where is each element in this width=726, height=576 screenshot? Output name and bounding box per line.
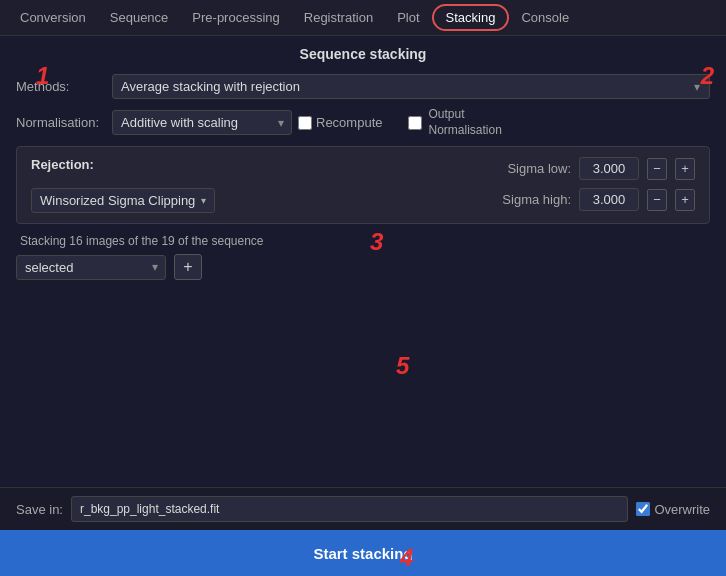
methods-select[interactable]: Average stacking with rejectionSum stack… bbox=[112, 74, 710, 99]
sigma-controls: Sigma low: − + Sigma high: − + bbox=[501, 157, 695, 211]
menu-registration[interactable]: Registration bbox=[292, 4, 385, 31]
methods-select-wrapper: Average stacking with rejectionSum stack… bbox=[112, 74, 710, 99]
sigma-low-increase[interactable]: + bbox=[675, 158, 695, 180]
add-button[interactable]: + bbox=[174, 254, 202, 280]
normalisation-label: Normalisation: bbox=[16, 115, 106, 130]
output-norm-group: OutputNormalisation bbox=[408, 107, 501, 138]
sigma-high-label: Sigma high: bbox=[501, 192, 571, 207]
rejection-title: Rejection: bbox=[31, 157, 215, 172]
sigma-high-input[interactable] bbox=[579, 188, 639, 211]
selected-select-wrapper: selectedallunselected bbox=[16, 255, 166, 280]
methods-row: Methods: Average stacking with rejection… bbox=[16, 74, 710, 99]
rejection-method-dropdown[interactable]: Winsorized Sigma Clipping ▾ bbox=[31, 188, 215, 213]
menu-conversion[interactable]: Conversion bbox=[8, 4, 98, 31]
menu-plot[interactable]: Plot bbox=[385, 4, 431, 31]
sigma-high-row: Sigma high: − + bbox=[501, 188, 695, 211]
rejection-section: Rejection: Winsorized Sigma Clipping ▾ S… bbox=[16, 146, 710, 224]
sigma-high-increase[interactable]: + bbox=[675, 189, 695, 211]
main-content: Sequence stacking Methods: Average stack… bbox=[0, 36, 726, 290]
normalisation-row: Normalisation: Additive with scalingAddi… bbox=[16, 107, 710, 138]
recompute-checkbox[interactable] bbox=[298, 116, 312, 130]
menu-sequence[interactable]: Sequence bbox=[98, 4, 181, 31]
menu-stacking[interactable]: Stacking bbox=[432, 4, 510, 31]
sigma-high-decrease[interactable]: − bbox=[647, 189, 667, 211]
overwrite-text: Overwrite bbox=[654, 502, 710, 517]
sigma-low-decrease[interactable]: − bbox=[647, 158, 667, 180]
overwrite-label[interactable]: Overwrite bbox=[636, 502, 710, 517]
menu-preprocessing[interactable]: Pre-processing bbox=[180, 4, 291, 31]
annotation-5: 5 bbox=[396, 352, 409, 380]
menubar: Conversion Sequence Pre-processing Regis… bbox=[0, 0, 726, 36]
output-norm-checkbox[interactable] bbox=[408, 116, 422, 130]
recompute-label: Recompute bbox=[316, 115, 382, 130]
section-title: Sequence stacking bbox=[16, 46, 710, 62]
sigma-low-label: Sigma low: bbox=[501, 161, 571, 176]
output-norm-label: OutputNormalisation bbox=[428, 107, 501, 138]
menu-console[interactable]: Console bbox=[509, 4, 581, 31]
selected-row: selectedallunselected + bbox=[16, 254, 710, 280]
rejection-left: Rejection: Winsorized Sigma Clipping ▾ bbox=[31, 157, 215, 213]
recompute-checkbox-label[interactable]: Recompute bbox=[298, 115, 382, 130]
selected-select[interactable]: selectedallunselected bbox=[16, 255, 166, 280]
rejection-outer: Rejection: Winsorized Sigma Clipping ▾ S… bbox=[31, 157, 695, 213]
normalisation-select[interactable]: Additive with scalingAdditiveMultiplicat… bbox=[112, 110, 292, 135]
save-section: Save in: Overwrite bbox=[0, 487, 726, 530]
normalisation-select-wrapper: Additive with scalingAdditiveMultiplicat… bbox=[112, 110, 292, 135]
overwrite-checkbox[interactable] bbox=[636, 502, 650, 516]
start-stacking-button[interactable]: Start stacking bbox=[0, 530, 726, 576]
save-filename-input[interactable] bbox=[71, 496, 628, 522]
rejection-dropdown-arrow: ▾ bbox=[201, 195, 206, 206]
sigma-low-row: Sigma low: − + bbox=[501, 157, 695, 180]
rejection-method-label: Winsorized Sigma Clipping bbox=[40, 193, 195, 208]
sigma-low-input[interactable] bbox=[579, 157, 639, 180]
methods-label: Methods: bbox=[16, 79, 106, 94]
stacking-info: Stacking 16 images of the 19 of the sequ… bbox=[16, 234, 710, 248]
save-label: Save in: bbox=[16, 502, 63, 517]
